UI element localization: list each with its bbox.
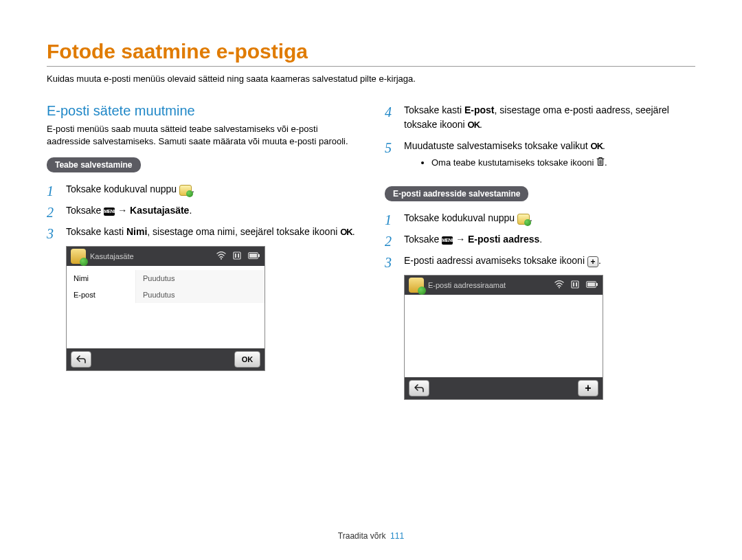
device-header: E-posti aadressiraamat — [405, 276, 603, 295]
step-2: Toksake MENU → Kasutajasäte. — [47, 203, 357, 218]
svg-rect-9 — [573, 282, 574, 287]
back-button[interactable] — [71, 351, 91, 368]
step-bold: Kasutajasäte — [130, 205, 189, 216]
step-3: Toksake kasti Nimi, sisestage oma nimi, … — [47, 225, 357, 239]
step-text: Toksake — [404, 234, 442, 245]
device-footer: + — [405, 377, 603, 399]
home-icon — [517, 214, 530, 225]
step-text: Toksake kodukuval nuppu — [404, 212, 517, 223]
device-screenshot-1: Kasutajasäte Nimi Puudutus — [66, 246, 265, 371]
intro-text: Kuidas muuta e-posti menüüs olevaid sätt… — [47, 74, 695, 84]
steps-list-left: Toksake kodukuval nuppu . Toksake MENU →… — [47, 182, 357, 239]
step-text: Toksake — [66, 205, 104, 216]
device-screenshot-2: E-posti aadressiraamat — [404, 275, 603, 400]
page-footer: Traadita võrk 111 — [0, 531, 742, 541]
device-footer: OK — [67, 348, 265, 370]
step-5: Muudatuste salvestamiseks toksake valiku… — [385, 139, 695, 170]
right-column: Toksake kasti E-post, sisestage oma e-po… — [385, 103, 695, 400]
step-bold: E-posti aadress — [468, 234, 539, 245]
step-text: Oma teabe kustutamiseks toksake ikooni — [431, 157, 596, 168]
wifi-icon — [216, 251, 226, 262]
subheading-pill: Teabe salvestamine — [47, 157, 141, 172]
step-1: Toksake kodukuval nuppu . — [47, 182, 357, 197]
svg-rect-3 — [238, 254, 239, 258]
svg-rect-5 — [258, 254, 260, 257]
wifi-icon — [554, 280, 564, 291]
plus-icon: + — [587, 256, 598, 267]
storage-icon — [571, 280, 579, 291]
step-2b: Toksake MENU → E-posti aadress. — [385, 232, 695, 247]
device-body — [405, 295, 603, 377]
step-text: . — [189, 205, 192, 216]
footer-section: Traadita võrk — [338, 531, 386, 541]
app-icon — [409, 278, 424, 293]
svg-rect-2 — [235, 254, 236, 258]
section-desc: E-posti menüüs saab muuta sätteid teabe … — [47, 123, 357, 148]
svg-rect-12 — [596, 283, 598, 286]
svg-rect-6 — [249, 254, 257, 258]
storage-icon — [233, 251, 241, 262]
device-body: Nimi Puudutus E-post Puudutus — [67, 266, 265, 348]
row-value: Puudutus — [135, 270, 265, 287]
svg-rect-10 — [576, 282, 577, 287]
menu-icon: MENU — [104, 208, 115, 216]
step-text: → — [453, 234, 468, 245]
step-bold: E-post — [464, 104, 495, 115]
svg-rect-8 — [572, 281, 578, 288]
device-title: E-posti aadressiraamat — [428, 281, 506, 289]
step-text: Toksake kasti — [66, 226, 126, 237]
svg-rect-1 — [234, 252, 240, 259]
step-text: . — [603, 140, 605, 151]
add-button[interactable]: + — [578, 380, 598, 396]
back-button[interactable] — [409, 380, 429, 396]
app-icon — [71, 249, 86, 264]
ok-icon: OK — [591, 141, 603, 151]
steps-list-right-a: Toksake kasti E-post, sisestage oma e-po… — [385, 103, 695, 170]
ok-button[interactable]: OK — [234, 351, 260, 368]
step-text: . — [598, 255, 601, 266]
subheading-pill: E-posti aadresside salvestamine — [385, 186, 528, 201]
battery-icon — [248, 251, 260, 261]
device-header: Kasutajasäte — [67, 247, 265, 266]
page-title: Fotode saatmine e-postiga — [47, 40, 695, 67]
left-column: E-posti sätete muutmine E-posti menüüs s… — [47, 103, 357, 400]
step-bold: Nimi — [126, 226, 147, 237]
menu-icon: MENU — [442, 236, 453, 245]
steps-list-right-b: Toksake kodukuval nuppu . Toksake MENU →… — [385, 211, 695, 268]
row-value: Puudutus — [135, 287, 265, 303]
section-heading: E-posti sätete muutmine — [47, 103, 357, 119]
step-text: Toksake kasti — [404, 104, 464, 115]
step-text: . — [352, 226, 355, 237]
sub-bullet: Oma teabe kustutamiseks toksake ikooni . — [431, 156, 695, 170]
svg-rect-13 — [587, 282, 595, 287]
home-icon — [179, 185, 192, 196]
ok-icon: OK — [340, 227, 352, 237]
step-text: → — [115, 205, 130, 216]
step-text: , sisestage oma nimi, seejärel toksake i… — [147, 226, 340, 237]
trash-icon — [596, 157, 605, 170]
step-text: . — [539, 234, 542, 245]
battery-icon — [586, 280, 598, 290]
row-label: E-post — [67, 287, 135, 303]
table-row: Nimi Puudutus — [67, 270, 265, 287]
row-label: Nimi — [67, 270, 135, 287]
step-text: . — [480, 119, 482, 130]
ok-icon: OK — [468, 120, 480, 130]
svg-point-7 — [559, 287, 560, 288]
table-row: E-post Puudutus — [67, 287, 265, 303]
step-text: E-posti aadressi avamiseks toksake ikoon… — [404, 255, 587, 266]
step-text: Muudatuste salvestamiseks toksake valiku… — [404, 140, 591, 151]
device-title: Kasutajasäte — [90, 252, 134, 260]
step-4: Toksake kasti E-post, sisestage oma e-po… — [385, 103, 695, 132]
page-number: 111 — [390, 531, 404, 541]
step-3b: E-posti aadressi avamiseks toksake ikoon… — [385, 254, 695, 268]
svg-point-0 — [221, 258, 222, 259]
step-1b: Toksake kodukuval nuppu . — [385, 211, 695, 225]
step-text: Toksake kodukuval nuppu — [66, 183, 179, 194]
